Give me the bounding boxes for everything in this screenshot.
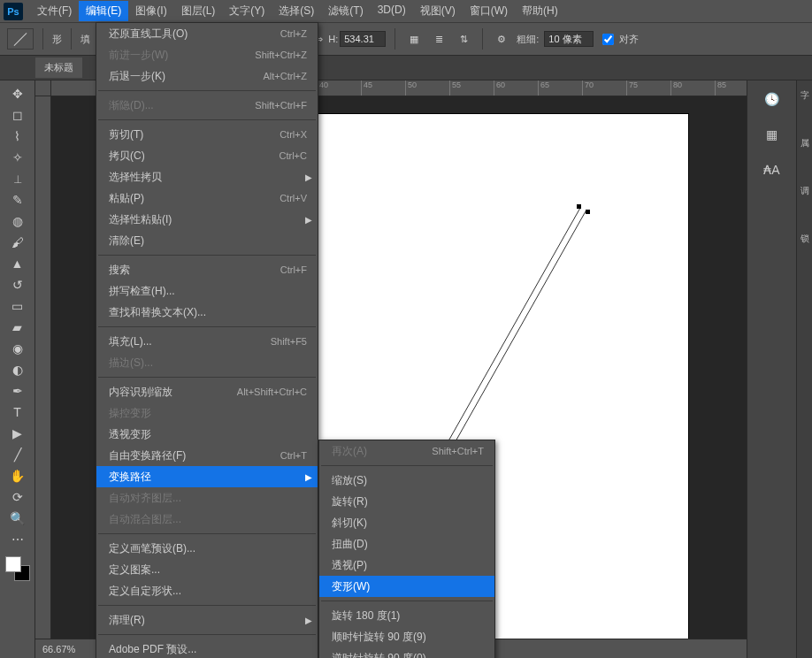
path-ops-icon[interactable]: ▦ — [404, 29, 424, 49]
edit-menu-item-6[interactable]: 剪切(T)Ctrl+X — [96, 124, 318, 145]
menu-窗口[interactable]: 窗口(W) — [463, 1, 515, 21]
edit-menu-item-14[interactable]: 拼写检查(H)... — [96, 280, 318, 302]
menu-图像[interactable]: 图像(I) — [128, 1, 173, 21]
edit-menu-item-20[interactable]: 内容识别缩放Alt+Shift+Ctrl+C — [96, 381, 318, 402]
menu-帮助[interactable]: 帮助(H) — [515, 1, 565, 21]
menu-图层[interactable]: 图层(L) — [174, 1, 223, 21]
menu-3d[interactable]: 3D(D) — [371, 1, 413, 21]
edit-menu-item-32[interactable]: 清理(R)▶ — [96, 609, 318, 631]
transform-menu-item-2[interactable]: 缩放(S) — [319, 470, 494, 491]
tool-history-brush[interactable]: ↺ — [7, 275, 28, 295]
edit-menu-item-8[interactable]: 选择性拷贝▶ — [96, 166, 318, 187]
tool-zoom[interactable]: 🔍 — [7, 509, 28, 528]
tool-hand[interactable]: ✋ — [7, 466, 28, 486]
tool-stamp[interactable]: ▲ — [7, 254, 28, 273]
tool-pen[interactable]: ✒ — [7, 381, 28, 401]
edit-menu-item-9[interactable]: 粘贴(P)Ctrl+V — [96, 187, 318, 209]
gear-icon[interactable]: ⚙ — [492, 29, 511, 49]
panel-tab-调[interactable]: 调 — [801, 185, 809, 197]
edit-menu-item-4: 渐隐(D)...Shift+Ctrl+F — [96, 95, 318, 116]
tool-dodge[interactable]: ◐ — [7, 360, 28, 379]
document-tab[interactable]: 未标题 — [35, 57, 82, 78]
transform-menu-label: 逆时针旋转 90 度(0) — [332, 651, 426, 659]
tool-type[interactable]: T — [7, 402, 28, 422]
tool-eyedropper[interactable]: ✎ — [7, 190, 28, 210]
transform-menu-item-4[interactable]: 斜切(K) — [319, 512, 494, 533]
tool-magic-wand[interactable]: ✧ — [7, 148, 28, 167]
transform-menu-item-0: 再次(A)Shift+Ctrl+T — [319, 440, 494, 462]
panel-swatches-icon[interactable]: ▦ — [762, 125, 783, 144]
edit-menu-item-18: 描边(S)... — [96, 352, 318, 373]
edit-menu-item-15[interactable]: 查找和替换文本(X)... — [96, 302, 318, 323]
transform-menu-item-3[interactable]: 旋转(R) — [319, 491, 494, 512]
shape-mode-label[interactable]: 形 — [52, 33, 62, 46]
transform-menu-item-7[interactable]: 变形(W) — [319, 576, 494, 597]
tool-spot-heal[interactable]: ◍ — [7, 211, 28, 231]
panel-tab-字[interactable]: 字 — [801, 89, 809, 102]
transform-menu-item-5[interactable]: 扭曲(D) — [319, 533, 494, 555]
color-swatches[interactable] — [5, 556, 30, 581]
tool-blur[interactable]: ◉ — [7, 339, 28, 358]
tool-rotate-view[interactable]: ⟳ — [7, 487, 28, 507]
transform-menu-item-9[interactable]: 旋转 180 度(1) — [319, 605, 494, 626]
height-label: H: — [328, 34, 338, 44]
transform-menu-item-6[interactable]: 透视(P) — [319, 555, 494, 576]
align-icon[interactable]: ≣ — [429, 29, 448, 49]
thickness-input[interactable] — [544, 31, 594, 47]
height-input[interactable] — [340, 31, 386, 47]
tool-edit-toolbar[interactable]: ⋯ — [7, 530, 28, 549]
tool-crop[interactable]: ⟂ — [7, 169, 28, 188]
edit-menu-item-2[interactable]: 后退一步(K)Alt+Ctrl+Z — [96, 65, 318, 87]
menu-文件[interactable]: 文件(F) — [30, 1, 79, 21]
edit-menu-item-23[interactable]: 自由变换路径(F)Ctrl+T — [96, 445, 318, 466]
menu-视图[interactable]: 视图(V) — [413, 1, 463, 21]
panel-char-icon[interactable]: ₳A — [762, 160, 783, 180]
edit-menu-label: 选择性粘贴(I) — [109, 212, 172, 227]
edit-menu-label: Adobe PDF 预设... — [109, 642, 196, 657]
tool-move[interactable]: ✥ — [7, 84, 28, 103]
tool-eraser[interactable]: ▭ — [7, 296, 28, 316]
edit-menu-item-0[interactable]: 还原直线工具(O)Ctrl+Z — [96, 23, 318, 44]
shortcut-label: Ctrl+Z — [280, 28, 307, 39]
edit-menu-item-7[interactable]: 拷贝(C)Ctrl+C — [96, 145, 318, 166]
tool-path-select[interactable]: ▶ — [7, 424, 28, 443]
zoom-level[interactable]: 66.67% — [42, 644, 75, 654]
edit-menu-label: 自动混合图层... — [109, 512, 181, 527]
menu-编辑[interactable]: 编辑(E) — [79, 1, 128, 21]
transform-menu-label: 扭曲(D) — [332, 537, 368, 552]
tool-brush[interactable]: 🖌 — [7, 233, 28, 252]
tool-gradient[interactable]: ▰ — [7, 318, 28, 337]
edit-menu-item-24[interactable]: 变换路径▶ — [96, 466, 318, 487]
shortcut-label: Shift+F5 — [271, 336, 307, 347]
edit-menu-item-10[interactable]: 选择性粘贴(I)▶ — [96, 209, 318, 230]
ruler-vertical — [35, 96, 51, 658]
tool-lasso[interactable]: ⌇ — [7, 126, 28, 146]
edit-menu-item-13[interactable]: 搜索Ctrl+F — [96, 259, 318, 280]
edit-menu-item-28[interactable]: 定义画笔预设(B)... — [96, 538, 318, 559]
edit-menu-item-22[interactable]: 透视变形 — [96, 424, 318, 445]
transform-menu-item-10[interactable]: 顺时针旋转 90 度(9) — [319, 626, 494, 647]
edit-menu-item-29[interactable]: 定义图案... — [96, 559, 318, 580]
edit-menu-item-11[interactable]: 清除(E) — [96, 230, 318, 251]
edit-menu-label: 自动对齐图层... — [109, 491, 181, 506]
shortcut-label: Ctrl+V — [280, 193, 307, 203]
transform-menu-item-11[interactable]: 逆时针旋转 90 度(0) — [319, 647, 494, 658]
tool-line[interactable]: ╱ — [7, 445, 28, 464]
edit-menu-dropdown: 还原直线工具(O)Ctrl+Z前进一步(W)Shift+Ctrl+Z后退一步(K… — [96, 22, 318, 658]
tool-preset-icon[interactable] — [7, 28, 34, 50]
menu-文字[interactable]: 文字(Y) — [222, 1, 272, 21]
arrange-icon[interactable]: ⇅ — [454, 29, 473, 49]
thickness-label: 粗细: — [517, 33, 539, 46]
panel-tab-属[interactable]: 属 — [801, 137, 809, 149]
menu-选择[interactable]: 选择(S) — [272, 1, 321, 21]
menu-滤镜[interactable]: 滤镜(T) — [321, 1, 370, 21]
tool-marquee-rect[interactable]: ◻ — [7, 105, 28, 125]
edit-menu-item-34[interactable]: Adobe PDF 预设... — [96, 639, 318, 658]
panel-tab-锁[interactable]: 锁 — [801, 233, 809, 245]
panel-history-icon[interactable]: 🕓 — [762, 89, 783, 109]
edit-menu-item-17[interactable]: 填充(L)...Shift+F5 — [96, 331, 318, 352]
edit-menu-item-30[interactable]: 定义自定形状... — [96, 580, 318, 601]
align-edges-checkbox[interactable] — [602, 34, 614, 45]
edit-menu-label: 前进一步(W) — [109, 48, 168, 63]
edit-menu-item-21: 操控变形 — [96, 402, 318, 424]
